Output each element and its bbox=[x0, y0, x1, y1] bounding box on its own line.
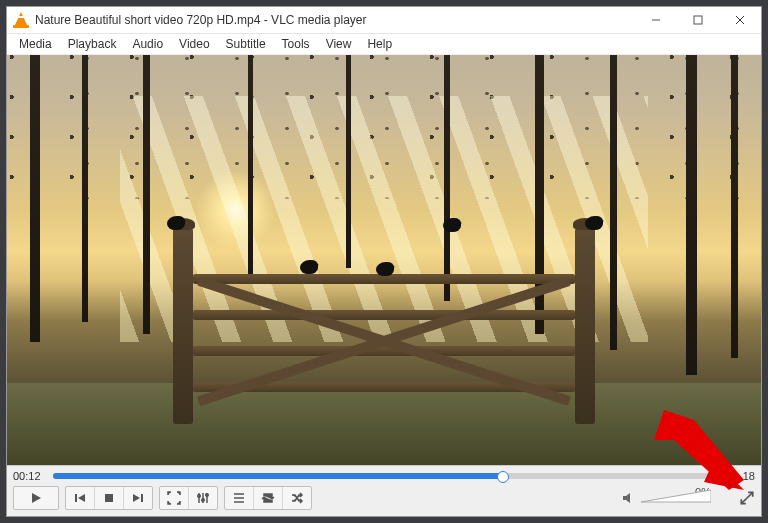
stop-button[interactable] bbox=[95, 487, 124, 509]
menu-audio[interactable]: Audio bbox=[124, 35, 171, 53]
title-bar: Nature Beautiful short video 720p HD.mp4… bbox=[7, 7, 761, 34]
bird-icon bbox=[300, 260, 318, 274]
svg-rect-5 bbox=[75, 494, 77, 502]
svg-point-14 bbox=[202, 499, 205, 502]
wooden-gate bbox=[173, 268, 595, 424]
menu-view[interactable]: View bbox=[318, 35, 360, 53]
bird-icon bbox=[167, 216, 185, 230]
speaker-icon[interactable] bbox=[621, 491, 635, 505]
seek-slider[interactable] bbox=[53, 470, 715, 482]
svg-marker-4 bbox=[32, 493, 41, 503]
svg-point-13 bbox=[198, 495, 201, 498]
shuffle-button[interactable] bbox=[283, 487, 311, 509]
next-button[interactable] bbox=[124, 487, 152, 509]
volume-area: 0% bbox=[621, 488, 755, 508]
fullscreen-button[interactable] bbox=[160, 487, 189, 509]
controls-panel: 00:12 18 bbox=[7, 465, 761, 516]
play-group bbox=[13, 486, 59, 510]
extended-settings-button[interactable] bbox=[189, 487, 217, 509]
extended-settings-icon bbox=[196, 491, 210, 505]
window-buttons bbox=[635, 7, 761, 33]
minimize-icon bbox=[651, 15, 661, 25]
maximize-button[interactable] bbox=[677, 7, 719, 33]
playlist-icon bbox=[232, 491, 246, 505]
elapsed-time[interactable]: 00:12 bbox=[13, 470, 47, 482]
seek-progress bbox=[53, 473, 503, 479]
svg-rect-9 bbox=[141, 494, 143, 502]
maximize-icon bbox=[693, 15, 703, 25]
menu-bar: Media Playback Audio Video Subtitle Tool… bbox=[7, 34, 761, 55]
bird-icon bbox=[376, 262, 394, 276]
vlc-cone-icon bbox=[13, 12, 29, 28]
playlist-button[interactable] bbox=[225, 487, 254, 509]
app-window: Nature Beautiful short video 720p HD.mp4… bbox=[6, 6, 762, 517]
svg-marker-19 bbox=[641, 490, 711, 502]
total-time[interactable]: 18 bbox=[721, 470, 755, 482]
menu-playback[interactable]: Playback bbox=[60, 35, 125, 53]
list-group bbox=[224, 486, 312, 510]
skip-next-icon bbox=[131, 491, 145, 505]
menu-subtitle[interactable]: Subtitle bbox=[218, 35, 274, 53]
menu-media[interactable]: Media bbox=[11, 35, 60, 53]
volume-slider[interactable] bbox=[641, 488, 711, 504]
close-button[interactable] bbox=[719, 7, 761, 33]
seek-thumb[interactable] bbox=[497, 471, 509, 483]
menu-tools[interactable]: Tools bbox=[274, 35, 318, 53]
fullscreen-icon bbox=[167, 491, 181, 505]
svg-point-15 bbox=[206, 494, 209, 497]
menu-help[interactable]: Help bbox=[359, 35, 400, 53]
seek-row: 00:12 18 bbox=[13, 470, 755, 482]
button-row: 0% bbox=[13, 486, 755, 510]
loop-icon bbox=[261, 491, 275, 505]
previous-button[interactable] bbox=[66, 487, 95, 509]
view-group bbox=[159, 486, 218, 510]
volume-triangle-icon bbox=[641, 488, 711, 504]
shuffle-icon bbox=[290, 491, 304, 505]
svg-marker-8 bbox=[133, 494, 140, 502]
skip-previous-icon bbox=[73, 491, 87, 505]
window-title: Nature Beautiful short video 720p HD.mp4… bbox=[35, 13, 635, 27]
svg-marker-6 bbox=[78, 494, 85, 502]
svg-rect-7 bbox=[105, 494, 113, 502]
menu-video[interactable]: Video bbox=[171, 35, 217, 53]
play-icon bbox=[29, 491, 43, 505]
loop-button[interactable] bbox=[254, 487, 283, 509]
expand-icon[interactable] bbox=[739, 490, 755, 506]
nav-group bbox=[65, 486, 153, 510]
stop-icon bbox=[102, 491, 116, 505]
close-icon bbox=[735, 15, 745, 25]
minimize-button[interactable] bbox=[635, 7, 677, 33]
bird-icon bbox=[585, 216, 603, 230]
bird-icon bbox=[443, 218, 461, 232]
play-button[interactable] bbox=[14, 487, 58, 509]
video-area[interactable] bbox=[7, 55, 761, 465]
svg-rect-1 bbox=[694, 16, 702, 24]
